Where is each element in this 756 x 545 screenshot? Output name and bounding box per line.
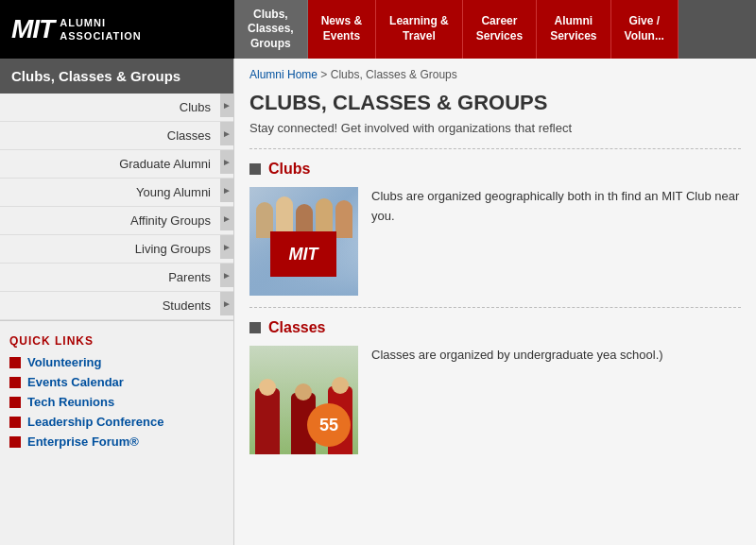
classes-image: 55 bbox=[249, 346, 358, 454]
clubs-body: MIT Clubs are organized geographically b… bbox=[249, 187, 741, 296]
quick-links-title: QUICK LINKS bbox=[9, 334, 224, 348]
quick-link-icon-volunteering bbox=[9, 357, 21, 368]
sidebar-item-students[interactable]: Students ► bbox=[0, 292, 233, 320]
nav-item-career-services[interactable]: Career Services bbox=[463, 0, 537, 59]
logo-text: ALUMNI ASSOCIATION bbox=[60, 16, 142, 43]
quick-link-volunteering[interactable]: Volunteering bbox=[9, 355, 224, 369]
clubs-bullet bbox=[249, 163, 261, 175]
quick-link-icon-enterprise-forum bbox=[9, 436, 21, 448]
quick-link-icon-tech-reunions bbox=[9, 397, 21, 408]
sidebar-item-clubs[interactable]: Clubs ► bbox=[0, 94, 233, 122]
quick-link-tech-reunions[interactable]: Tech Reunions bbox=[9, 395, 224, 409]
classes-divider bbox=[249, 307, 741, 308]
sidebar-link-parents[interactable]: Parents bbox=[0, 264, 220, 291]
logo-mit: MIT bbox=[11, 14, 54, 44]
sidebar-item-parents[interactable]: Parents ► bbox=[0, 264, 233, 292]
sidebar-item-affinity-groups[interactable]: Affinity Groups ► bbox=[0, 207, 233, 235]
sidebar-arrow-parents: ► bbox=[220, 264, 233, 287]
clubs-section-header: Clubs bbox=[249, 161, 741, 178]
sidebar-item-living-groups[interactable]: Living Groups ► bbox=[0, 235, 233, 264]
sidebar-nav: Clubs ► Classes ► Graduate Alumni ► Youn… bbox=[0, 94, 233, 321]
classes-title: Classes bbox=[268, 319, 326, 336]
nav-item-alumni-services[interactable]: Alumni Services bbox=[537, 0, 610, 59]
sidebar-arrow-clubs: ► bbox=[220, 94, 233, 117]
clubs-divider bbox=[249, 148, 741, 149]
nav-bar: Clubs, Classes, Groups News & Events Lea… bbox=[234, 0, 756, 59]
sidebar-link-classes[interactable]: Classes bbox=[0, 122, 220, 149]
sidebar-item-young-alumni[interactable]: Young Alumni ► bbox=[0, 179, 233, 207]
sidebar-link-clubs[interactable]: Clubs bbox=[0, 94, 220, 121]
quick-link-events-calendar[interactable]: Events Calendar bbox=[9, 375, 224, 389]
sidebar-title: Clubs, Classes & Groups bbox=[0, 59, 233, 94]
quick-link-events-calendar-link[interactable]: Events Calendar bbox=[27, 375, 124, 389]
classes-description: Classes are organized by undergraduate y… bbox=[371, 346, 663, 454]
quick-link-leadership-conference[interactable]: Leadership Conference bbox=[9, 415, 224, 429]
class-badge: 55 bbox=[307, 403, 351, 447]
sidebar: Clubs, Classes & Groups Clubs ► Classes … bbox=[0, 59, 234, 545]
page-subtitle: Stay connected! Get involved with organi… bbox=[249, 121, 741, 135]
nav-label-clubs: Clubs, Classes, Groups bbox=[234, 0, 308, 59]
clubs-title: Clubs bbox=[268, 161, 310, 178]
sidebar-arrow-graduate-alumni: ► bbox=[220, 150, 233, 174]
logo-area: MIT ALUMNI ASSOCIATION bbox=[0, 0, 234, 59]
nav-item-news-events[interactable]: News & Events bbox=[308, 0, 376, 59]
quick-links: QUICK LINKS Volunteering Events Calendar… bbox=[0, 321, 233, 464]
quick-link-tech-reunions-link[interactable]: Tech Reunions bbox=[27, 395, 114, 409]
quick-link-leadership-conference-link[interactable]: Leadership Conference bbox=[27, 415, 164, 429]
quick-link-icon-events-calendar bbox=[9, 377, 21, 388]
breadcrumb-home-link[interactable]: Alumni Home bbox=[249, 68, 318, 81]
page-title: CLUBS, CLASSES & GROUPS bbox=[249, 91, 741, 115]
sidebar-item-classes[interactable]: Classes ► bbox=[0, 122, 233, 150]
sidebar-link-young-alumni[interactable]: Young Alumni bbox=[0, 179, 220, 206]
breadcrumb-current: Clubs, Classes & Groups bbox=[331, 68, 457, 81]
nav-item-learning-travel[interactable]: Learning & Travel bbox=[376, 0, 463, 59]
main-layout: Clubs, Classes & Groups Clubs ► Classes … bbox=[0, 59, 756, 545]
content: Alumni Home > Clubs, Classes & Groups CL… bbox=[234, 59, 756, 545]
classes-section-header: Classes bbox=[249, 319, 741, 336]
quick-link-icon-leadership-conference bbox=[9, 417, 21, 428]
clubs-description: Clubs are organized geographically both … bbox=[371, 187, 741, 296]
quick-link-volunteering-link[interactable]: Volunteering bbox=[27, 355, 101, 369]
clubs-image: MIT bbox=[249, 187, 358, 296]
clubs-title-link[interactable]: Clubs bbox=[268, 161, 310, 177]
quick-link-enterprise-forum-link[interactable]: Enterprise Forum® bbox=[27, 434, 139, 449]
classes-bullet bbox=[249, 322, 261, 333]
header: MIT ALUMNI ASSOCIATION Clubs, Classes, G… bbox=[0, 0, 756, 59]
sidebar-link-living-groups[interactable]: Living Groups bbox=[0, 235, 220, 263]
sidebar-arrow-students: ► bbox=[220, 292, 233, 315]
sidebar-arrow-young-alumni: ► bbox=[220, 179, 233, 202]
nav-item-giving[interactable]: Give / Volun... bbox=[611, 0, 679, 59]
classes-title-link[interactable]: Classes bbox=[268, 319, 326, 335]
breadcrumb-sep: > bbox=[318, 68, 331, 81]
sidebar-link-graduate-alumni[interactable]: Graduate Alumni bbox=[0, 150, 220, 178]
sidebar-link-students[interactable]: Students bbox=[0, 292, 220, 319]
classes-body: 55 Classes are organized by undergraduat… bbox=[249, 346, 741, 454]
sidebar-arrow-living-groups: ► bbox=[220, 235, 233, 259]
sidebar-item-graduate-alumni[interactable]: Graduate Alumni ► bbox=[0, 150, 233, 179]
sidebar-link-affinity-groups[interactable]: Affinity Groups bbox=[0, 207, 220, 234]
quick-link-enterprise-forum[interactable]: Enterprise Forum® bbox=[9, 434, 224, 449]
sidebar-arrow-classes: ► bbox=[220, 122, 233, 145]
breadcrumb: Alumni Home > Clubs, Classes & Groups bbox=[249, 68, 741, 81]
mit-flag: MIT bbox=[270, 231, 336, 277]
sidebar-arrow-affinity-groups: ► bbox=[220, 207, 233, 230]
